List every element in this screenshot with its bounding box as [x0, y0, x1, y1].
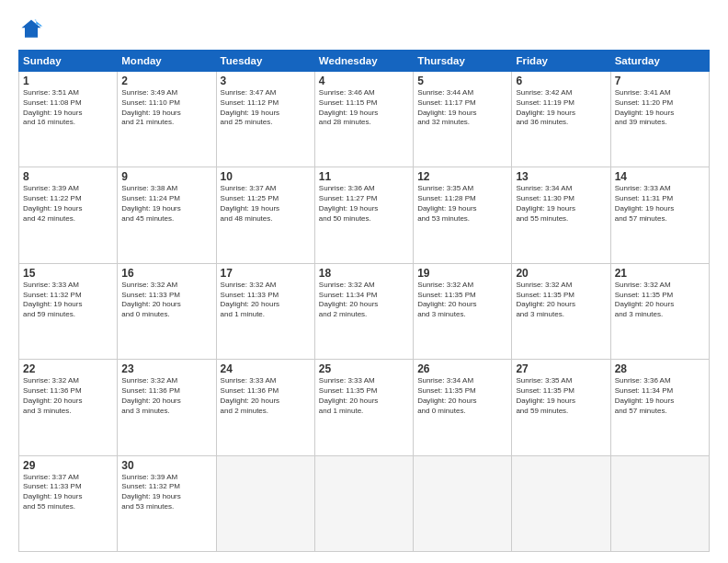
day-cell: [216, 455, 314, 551]
day-cell: 27Sunrise: 3:35 AM Sunset: 11:35 PM Dayl…: [512, 360, 610, 455]
day-number: 7: [615, 75, 705, 87]
day-info: Sunrise: 3:39 AM Sunset: 11:32 PM Daylig…: [121, 473, 211, 512]
day-info: Sunrise: 3:35 AM Sunset: 11:35 PM Daylig…: [516, 376, 606, 416]
day-cell: 19Sunrise: 3:32 AM Sunset: 11:35 PM Dayl…: [414, 263, 512, 359]
header-row: SundayMondayTuesdayWednesdayThursdayFrid…: [19, 51, 710, 72]
week-row-2: 8Sunrise: 3:39 AM Sunset: 11:22 PM Dayli…: [19, 167, 710, 263]
day-cell: 8Sunrise: 3:39 AM Sunset: 11:22 PM Dayli…: [19, 167, 118, 263]
day-info: Sunrise: 3:33 AM Sunset: 11:31 PM Daylig…: [615, 184, 705, 224]
day-cell: 21Sunrise: 3:32 AM Sunset: 11:35 PM Dayl…: [610, 263, 709, 359]
day-number: 21: [615, 267, 705, 280]
day-info: Sunrise: 3:32 AM Sunset: 11:35 PM Daylig…: [516, 281, 606, 320]
day-number: 27: [516, 362, 606, 375]
day-number: 14: [615, 170, 705, 183]
day-number: 3: [221, 75, 311, 87]
day-info: Sunrise: 3:33 AM Sunset: 11:36 PM Daylig…: [221, 376, 311, 416]
col-header-monday: Monday: [118, 51, 216, 72]
day-cell: 15Sunrise: 3:33 AM Sunset: 11:32 PM Dayl…: [19, 263, 118, 359]
col-header-sunday: Sunday: [19, 51, 118, 72]
day-number: 6: [516, 75, 606, 87]
day-cell: 7Sunrise: 3:41 AM Sunset: 11:20 PM Dayli…: [610, 72, 709, 167]
calendar-body: 1Sunrise: 3:51 AM Sunset: 11:08 PM Dayli…: [19, 72, 710, 552]
day-info: Sunrise: 3:46 AM Sunset: 11:15 PM Daylig…: [319, 88, 409, 128]
day-cell: 22Sunrise: 3:32 AM Sunset: 11:36 PM Dayl…: [19, 360, 118, 455]
day-number: 15: [23, 267, 113, 280]
day-number: 13: [516, 170, 606, 183]
day-info: Sunrise: 3:33 AM Sunset: 11:35 PM Daylig…: [319, 376, 409, 416]
week-row-3: 15Sunrise: 3:33 AM Sunset: 11:32 PM Dayl…: [19, 263, 710, 359]
day-cell: 12Sunrise: 3:35 AM Sunset: 11:28 PM Dayl…: [414, 167, 512, 263]
day-cell: 3Sunrise: 3:47 AM Sunset: 11:12 PM Dayli…: [216, 72, 314, 167]
day-cell: 14Sunrise: 3:33 AM Sunset: 11:31 PM Dayl…: [610, 167, 709, 263]
day-number: 9: [121, 170, 211, 183]
day-cell: 30Sunrise: 3:39 AM Sunset: 11:32 PM Dayl…: [118, 455, 216, 551]
day-info: Sunrise: 3:47 AM Sunset: 11:12 PM Daylig…: [221, 88, 311, 128]
day-cell: 24Sunrise: 3:33 AM Sunset: 11:36 PM Dayl…: [216, 360, 314, 455]
day-number: 25: [319, 362, 409, 375]
day-info: Sunrise: 3:35 AM Sunset: 11:28 PM Daylig…: [417, 184, 507, 224]
day-number: 29: [23, 459, 113, 472]
day-number: 5: [417, 75, 507, 87]
day-info: Sunrise: 3:39 AM Sunset: 11:22 PM Daylig…: [23, 184, 113, 224]
day-info: Sunrise: 3:41 AM Sunset: 11:20 PM Daylig…: [615, 88, 705, 128]
day-info: Sunrise: 3:37 AM Sunset: 11:25 PM Daylig…: [221, 184, 311, 224]
day-number: 10: [221, 170, 311, 183]
day-cell: 28Sunrise: 3:36 AM Sunset: 11:34 PM Dayl…: [610, 360, 709, 455]
day-info: Sunrise: 3:32 AM Sunset: 11:36 PM Daylig…: [23, 376, 113, 416]
day-cell: 9Sunrise: 3:38 AM Sunset: 11:24 PM Dayli…: [118, 167, 216, 263]
week-row-5: 29Sunrise: 3:37 AM Sunset: 11:33 PM Dayl…: [19, 455, 710, 551]
day-cell: 13Sunrise: 3:34 AM Sunset: 11:30 PM Dayl…: [512, 167, 610, 263]
day-cell: 4Sunrise: 3:46 AM Sunset: 11:15 PM Dayli…: [314, 72, 413, 167]
day-info: Sunrise: 3:37 AM Sunset: 11:33 PM Daylig…: [23, 473, 113, 512]
day-number: 2: [121, 75, 211, 87]
day-info: Sunrise: 3:34 AM Sunset: 11:30 PM Daylig…: [516, 184, 606, 224]
week-row-4: 22Sunrise: 3:32 AM Sunset: 11:36 PM Dayl…: [19, 360, 710, 455]
day-number: 18: [319, 267, 409, 280]
day-number: 16: [121, 267, 211, 280]
day-number: 23: [121, 362, 211, 375]
day-cell: 10Sunrise: 3:37 AM Sunset: 11:25 PM Dayl…: [216, 167, 314, 263]
day-number: 28: [615, 362, 705, 375]
week-row-1: 1Sunrise: 3:51 AM Sunset: 11:08 PM Dayli…: [19, 72, 710, 167]
day-info: Sunrise: 3:32 AM Sunset: 11:33 PM Daylig…: [121, 281, 211, 320]
day-number: 30: [121, 459, 211, 472]
day-cell: 1Sunrise: 3:51 AM Sunset: 11:08 PM Dayli…: [19, 72, 118, 167]
day-number: 4: [319, 75, 409, 87]
day-number: 19: [417, 267, 507, 280]
day-number: 12: [417, 170, 507, 183]
day-cell: 11Sunrise: 3:36 AM Sunset: 11:27 PM Dayl…: [314, 167, 413, 263]
day-cell: 16Sunrise: 3:32 AM Sunset: 11:33 PM Dayl…: [118, 263, 216, 359]
day-cell: 6Sunrise: 3:42 AM Sunset: 11:19 PM Dayli…: [512, 72, 610, 167]
col-header-tuesday: Tuesday: [216, 51, 314, 72]
day-cell: 29Sunrise: 3:37 AM Sunset: 11:33 PM Dayl…: [19, 455, 118, 551]
day-cell: 17Sunrise: 3:32 AM Sunset: 11:33 PM Dayl…: [216, 263, 314, 359]
day-info: Sunrise: 3:32 AM Sunset: 11:35 PM Daylig…: [417, 281, 507, 320]
day-info: Sunrise: 3:32 AM Sunset: 11:35 PM Daylig…: [615, 281, 705, 320]
day-cell: [414, 455, 512, 551]
day-info: Sunrise: 3:51 AM Sunset: 11:08 PM Daylig…: [23, 88, 113, 128]
day-number: 26: [417, 362, 507, 375]
day-number: 11: [319, 170, 409, 183]
day-info: Sunrise: 3:42 AM Sunset: 11:19 PM Daylig…: [516, 88, 606, 128]
day-number: 20: [516, 267, 606, 280]
header: [18, 17, 710, 42]
day-cell: 26Sunrise: 3:34 AM Sunset: 11:35 PM Dayl…: [414, 360, 512, 455]
day-cell: 23Sunrise: 3:32 AM Sunset: 11:36 PM Dayl…: [118, 360, 216, 455]
col-header-wednesday: Wednesday: [314, 51, 413, 72]
day-cell: 20Sunrise: 3:32 AM Sunset: 11:35 PM Dayl…: [512, 263, 610, 359]
day-info: Sunrise: 3:32 AM Sunset: 11:33 PM Daylig…: [221, 281, 311, 320]
day-cell: 5Sunrise: 3:44 AM Sunset: 11:17 PM Dayli…: [414, 72, 512, 167]
day-info: Sunrise: 3:44 AM Sunset: 11:17 PM Daylig…: [417, 88, 507, 128]
day-number: 22: [23, 362, 113, 375]
day-number: 17: [221, 267, 311, 280]
day-info: Sunrise: 3:36 AM Sunset: 11:27 PM Daylig…: [319, 184, 409, 224]
day-number: 24: [221, 362, 311, 375]
day-number: 8: [23, 170, 113, 183]
day-cell: [512, 455, 610, 551]
col-header-saturday: Saturday: [610, 51, 709, 72]
day-info: Sunrise: 3:38 AM Sunset: 11:24 PM Daylig…: [121, 184, 211, 224]
day-cell: [314, 455, 413, 551]
svg-marker-0: [22, 20, 41, 38]
logo: [18, 17, 48, 42]
logo-icon: [18, 17, 44, 42]
